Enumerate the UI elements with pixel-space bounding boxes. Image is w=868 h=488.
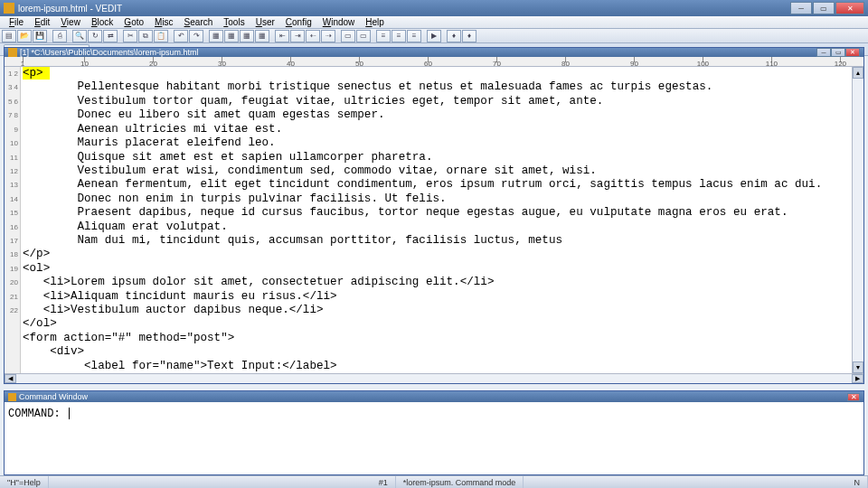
replace-icon[interactable]: ⇄ <box>103 30 118 42</box>
menu-file[interactable]: File <box>4 17 29 27</box>
print-icon[interactable]: ⎙ <box>52 30 67 42</box>
menu-goto[interactable]: Goto <box>118 17 149 27</box>
paste-icon[interactable]: 📋 <box>154 30 168 42</box>
scroll-up-icon[interactable]: ▲ <box>853 67 863 79</box>
menu-tools[interactable]: Tools <box>218 17 250 27</box>
menu-user[interactable]: User <box>250 17 280 27</box>
app-icon <box>4 3 14 14</box>
editor-area[interactable]: 1 2 3 4 5 6 7 8 9 10 11 12 13 14 15 16 1… <box>5 67 852 373</box>
editor-titlebar: [1] *C:\Users\Public\Documents\lorem-ips… <box>5 48 863 57</box>
open-file-icon[interactable]: 📂 <box>17 30 32 42</box>
window-title: lorem-ipsum.html - VEDIT <box>18 4 790 14</box>
cursor-icon <box>69 408 70 419</box>
menu-window[interactable]: Window <box>317 17 361 27</box>
editor-minimize-button[interactable]: ─ <box>816 48 831 57</box>
tool-2-icon[interactable]: ▦ <box>224 30 239 42</box>
horizontal-scrollbar[interactable]: ◀ ▶ <box>5 373 863 383</box>
view-3-icon[interactable]: ≡ <box>407 30 421 42</box>
command-close-button[interactable]: ✕ <box>847 393 860 401</box>
code-content[interactable]: <p> Pellentesque habitant morbi tristiqu… <box>21 67 852 373</box>
redo-icon[interactable]: ↷ <box>189 30 203 42</box>
block-2-icon[interactable]: ▭ <box>356 30 371 42</box>
tool-4-icon[interactable]: ▦ <box>255 30 269 42</box>
status-buffer: #1 <box>372 476 396 488</box>
macro-1-icon[interactable]: ♦ <box>447 30 461 42</box>
statusbar: "H"=Help #1 *lorem-ipsum. Command mode N <box>0 475 868 488</box>
save-file-icon[interactable]: 💾 <box>33 30 47 42</box>
editor-close-button[interactable]: ✕ <box>845 48 860 57</box>
minimize-button[interactable]: ─ <box>790 2 812 14</box>
status-right: N <box>847 476 869 488</box>
indent-icon[interactable]: ⇢ <box>321 30 335 42</box>
close-button[interactable]: ✕ <box>835 2 864 14</box>
tool-1-icon[interactable]: ▦ <box>209 30 223 42</box>
copy-icon[interactable]: ⧉ <box>138 30 153 42</box>
editor-title: [1] *C:\Users\Public\Documents\lorem-ips… <box>20 48 816 57</box>
ruler: 1102030405060708090100110120130 <box>5 57 863 67</box>
editor-maximize-button[interactable]: ▭ <box>831 48 845 57</box>
line-gutter: 1 2 3 4 5 6 7 8 9 10 11 12 13 14 15 16 1… <box>5 67 21 373</box>
menubar: FileEditViewBlockGotoMiscSearchToolsUser… <box>0 16 868 29</box>
hscroll-track[interactable] <box>16 374 852 383</box>
command-window: Command Window ✕ COMMAND: <box>4 390 864 475</box>
scroll-down-icon[interactable]: ▼ <box>853 361 863 373</box>
vertical-scrollbar[interactable]: ▲ ▼ <box>852 67 863 373</box>
search-icon[interactable]: 🔍 <box>72 30 87 42</box>
indent-left-icon[interactable]: ⇤ <box>275 30 289 42</box>
view-2-icon[interactable]: ≡ <box>392 30 406 42</box>
new-file-icon[interactable]: ▤ <box>2 30 16 42</box>
macro-2-icon[interactable]: ♦ <box>462 30 476 42</box>
scroll-right-icon[interactable]: ▶ <box>852 374 863 383</box>
doc-icon <box>8 48 17 57</box>
indent-right-icon[interactable]: ⇥ <box>290 30 305 42</box>
titlebar: lorem-ipsum.html - VEDIT ─ ▭ ✕ <box>0 0 868 16</box>
menu-search[interactable]: Search <box>179 17 219 27</box>
status-help: "H"=Help <box>0 476 49 488</box>
menu-edit[interactable]: Edit <box>29 17 55 27</box>
undo-icon[interactable]: ↶ <box>174 30 188 42</box>
command-titlebar: Command Window ✕ <box>5 391 863 402</box>
cmd-icon <box>8 393 16 401</box>
editor-window: [1] *C:\Users\Public\Documents\lorem-ips… <box>4 47 864 384</box>
tool-3-icon[interactable]: ▦ <box>240 30 254 42</box>
command-title: Command Window <box>19 392 847 401</box>
cut-icon[interactable]: ✂ <box>123 30 137 42</box>
scroll-track[interactable] <box>853 79 863 361</box>
maximize-button[interactable]: ▭ <box>813 2 835 14</box>
toolbar: ▤ 📂 💾 ⎙ 🔍 ↻ ⇄ ✂ ⧉ 📋 ↶ ↷ ▦ ▦ ▦ ▦ ⇤ ⇥ ⇠ ⇢ … <box>0 29 868 43</box>
window-buttons: ─ ▭ ✕ <box>790 2 864 14</box>
search-next-icon[interactable]: ↻ <box>88 30 102 42</box>
view-1-icon[interactable]: ≡ <box>376 30 391 42</box>
menu-block[interactable]: Block <box>86 17 118 27</box>
menu-help[interactable]: Help <box>360 17 390 27</box>
menu-config[interactable]: Config <box>280 17 317 27</box>
status-file: *lorem-ipsum. Command mode <box>396 476 524 488</box>
run-icon[interactable]: ▶ <box>427 30 441 42</box>
outdent-icon[interactable]: ⇠ <box>306 30 320 42</box>
block-1-icon[interactable]: ▭ <box>341 30 355 42</box>
scroll-left-icon[interactable]: ◀ <box>5 374 16 383</box>
menu-view[interactable]: View <box>55 17 86 27</box>
command-body[interactable]: COMMAND: <box>5 402 863 474</box>
command-prompt: COMMAND: <box>8 408 67 420</box>
menu-misc[interactable]: Misc <box>149 17 179 27</box>
